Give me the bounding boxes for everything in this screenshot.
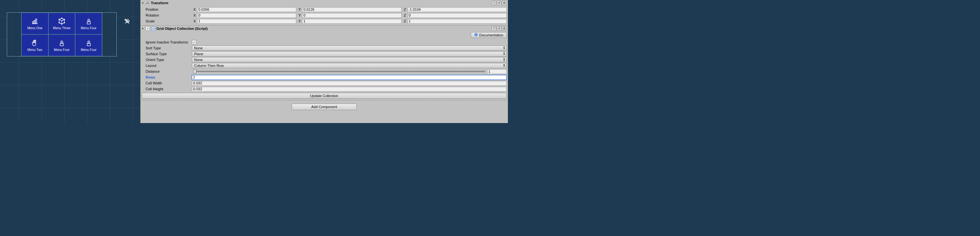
panel-gutter-right: [102, 13, 116, 56]
ignore-inactive-row: Ignore Inactive Transforms ✓: [142, 39, 507, 45]
svg-point-12: [64, 22, 65, 23]
cell-width-label: Cell Width: [142, 81, 191, 85]
menu-item[interactable]: Menu Three: [48, 13, 75, 35]
layout-label: Layout: [142, 63, 191, 68]
orient-type-label: Orient Type: [142, 58, 191, 62]
menu-item-label: Menu Four: [54, 48, 70, 52]
context-menu-icon[interactable]: ⚙: [502, 26, 507, 31]
rows-row: Rows: [142, 74, 507, 80]
rows-input[interactable]: [192, 75, 507, 80]
grid-collection-title: Grid Object Collection (Script): [156, 27, 491, 30]
transform-icon: [145, 1, 150, 5]
scale-y-input[interactable]: [302, 19, 401, 24]
ignore-inactive-label: Ignore Inactive Transforms: [142, 40, 191, 44]
distance-label: Distance: [142, 70, 191, 73]
scale-label: Scale: [142, 19, 191, 23]
pin-icon[interactable]: [124, 18, 131, 25]
documentation-button[interactable]: i Documentation: [471, 32, 507, 38]
orient-type-row: Orient Type None▴▾: [142, 57, 507, 63]
panel-gutter-left: [7, 13, 21, 56]
documentation-label: Documentation: [479, 33, 503, 37]
position-label: Position: [142, 8, 191, 11]
axis-y-label: Y: [297, 13, 301, 17]
svg-point-13: [62, 24, 62, 24]
svg-point-9: [64, 19, 65, 20]
surface-type-dropdown[interactable]: Plane▴▾: [192, 51, 507, 57]
add-component-button[interactable]: Add Component: [292, 103, 357, 110]
transform-header[interactable]: ▼ Transform ? ↺ ⚙: [140, 0, 508, 6]
position-row: Position X Y Z: [142, 6, 507, 12]
rotation-y-input[interactable]: [302, 13, 401, 18]
menu-item[interactable]: Menu One: [21, 13, 48, 35]
reset-icon[interactable]: ↺: [497, 26, 501, 31]
menu-item[interactable]: Menu Four: [75, 35, 102, 56]
scene-view[interactable]: Menu One Menu Three Menu Four Menu Two: [0, 0, 140, 123]
foldout-icon[interactable]: ▼: [141, 27, 144, 30]
axis-y-label: Y: [297, 19, 301, 23]
orient-type-dropdown[interactable]: None▴▾: [192, 57, 507, 62]
sort-type-dropdown[interactable]: None▴▾: [192, 46, 507, 51]
position-y-input[interactable]: [302, 7, 401, 12]
cell-height-input[interactable]: [192, 87, 507, 92]
menu-item-label: Menu One: [27, 26, 43, 30]
distance-slider[interactable]: [193, 71, 485, 72]
axis-z-label: Z: [402, 19, 407, 23]
brush-icon: [58, 39, 66, 47]
rows-label: Rows: [142, 75, 191, 79]
transform-component: ▼ Transform ? ↺ ⚙ Position X Y Z: [140, 0, 508, 25]
context-menu-icon[interactable]: ⚙: [502, 1, 507, 5]
cube-icon: [58, 17, 66, 25]
cell-width-input[interactable]: [192, 81, 507, 86]
cell-height-row: Cell Height: [142, 86, 507, 92]
brush-icon: [85, 39, 93, 47]
cell-width-row: Cell Width: [142, 80, 507, 86]
rotation-x-input[interactable]: [197, 13, 296, 18]
menu-item[interactable]: Menu Four: [48, 35, 75, 56]
surface-type-label: Surface Type: [142, 52, 191, 56]
menu-item[interactable]: Menu Four: [75, 13, 102, 35]
transform-title: Transform: [151, 1, 491, 5]
svg-line-27: [146, 3, 148, 4]
svg-point-8: [59, 19, 59, 20]
hand-icon: [31, 39, 39, 47]
scale-z-input[interactable]: [407, 19, 507, 24]
rotation-z-input[interactable]: [407, 13, 507, 18]
cell-height-label: Cell Height: [142, 87, 191, 91]
help-icon[interactable]: ?: [492, 1, 496, 5]
menu-panel[interactable]: Menu One Menu Three Menu Four Menu Two: [7, 12, 117, 57]
position-x-input[interactable]: [197, 7, 296, 12]
grid-collection-header[interactable]: ▼ ✓ C# Grid Object Collection (Script) ?…: [140, 25, 508, 32]
menu-item-label: Menu Three: [53, 26, 70, 30]
menu-item-label: Menu Four: [81, 26, 96, 30]
axis-x-label: X: [192, 13, 196, 17]
component-enabled-checkbox[interactable]: ✓: [145, 26, 150, 31]
update-collection-button[interactable]: Update Collection: [142, 93, 507, 99]
menu-item[interactable]: Menu Two: [21, 35, 48, 56]
layout-dropdown[interactable]: Column Then Row▴▾: [192, 63, 507, 68]
foldout-icon[interactable]: ▼: [141, 1, 144, 5]
svg-rect-3: [36, 19, 37, 24]
info-icon: i: [474, 33, 478, 37]
svg-rect-2: [34, 20, 35, 24]
reset-icon[interactable]: ↺: [497, 1, 501, 5]
svg-point-10: [62, 18, 62, 19]
scale-x-input[interactable]: [197, 19, 296, 24]
distance-row: Distance: [142, 68, 507, 74]
csharp-script-icon: C#: [151, 26, 156, 31]
svg-point-11: [59, 22, 59, 23]
ignore-inactive-checkbox[interactable]: ✓: [192, 40, 196, 44]
rotation-row: Rotation X Y Z: [142, 12, 507, 18]
svg-rect-1: [32, 21, 33, 24]
scale-row: Scale X Y Z: [142, 18, 507, 24]
rotation-label: Rotation: [142, 13, 191, 17]
bar-chart-icon: [31, 17, 39, 25]
menu-item-label: Menu Four: [81, 48, 96, 52]
svg-text:i: i: [476, 33, 476, 36]
distance-value-input[interactable]: [487, 69, 507, 74]
grid-object-collection-component: ▼ ✓ C# Grid Object Collection (Script) ?…: [140, 25, 508, 100]
svg-text:C#: C#: [152, 28, 155, 30]
position-z-input[interactable]: [407, 7, 507, 12]
axis-z-label: Z: [402, 13, 407, 17]
sort-type-row: Sort Type None▴▾: [142, 45, 507, 51]
help-icon[interactable]: ?: [492, 26, 496, 31]
